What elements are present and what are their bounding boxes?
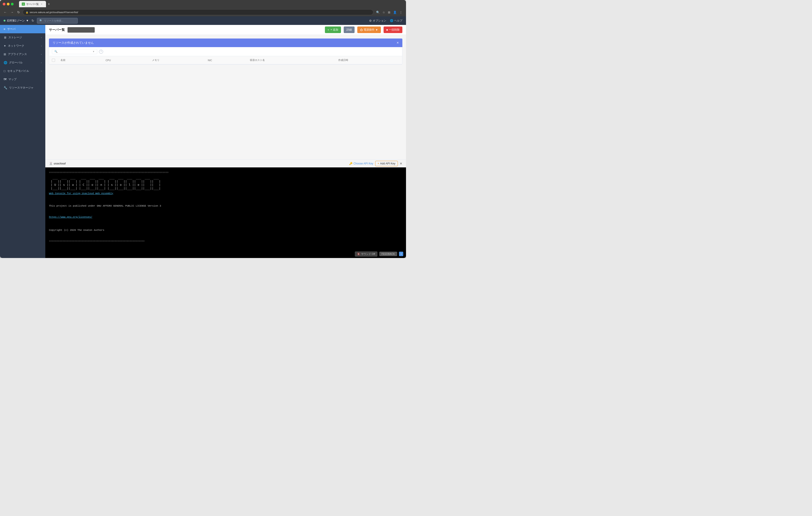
- power-button[interactable]: ⏻ 電源操作 ▼: [357, 27, 381, 33]
- tab-favicon: S: [22, 2, 25, 6]
- sidebar-label-resource-manager: リソースマネージャ: [9, 86, 42, 90]
- delete-icon: ■: [386, 28, 388, 31]
- sound-icon: 🔇: [357, 252, 360, 255]
- maximize-traffic-light[interactable]: [11, 3, 13, 5]
- sidebar-item-server[interactable]: ≡ サーバ: [0, 25, 45, 33]
- browser-window: S サーバー覧 × + ← → ↻ 🔒 secure.sakura.ad.jp/…: [0, 0, 406, 258]
- choose-api-key-button[interactable]: 🔑 Choose API Key: [349, 162, 373, 165]
- resource-manager-icon: 🔧: [4, 86, 7, 89]
- terminal-license-text: This project is published under GNU AFFE…: [49, 196, 402, 250]
- network-icon: ✦: [4, 44, 6, 48]
- terminal-link[interactable]: Web Console for using Usacloud Web Assem…: [49, 192, 113, 195]
- key-icon: 🔑: [349, 162, 352, 165]
- sidebar-item-resource-manager[interactable]: 🔧 リソースマネージャ: [0, 84, 45, 92]
- add-api-key-button[interactable]: + Add API Key: [375, 161, 398, 166]
- memory-column-header: メモリ: [149, 56, 205, 64]
- main-layout: ≡ サーバ 🖥 ストレージ › ✦ ネットワーク › ⊞ アプライアンス ›: [0, 25, 406, 258]
- new-tab-button[interactable]: +: [47, 2, 51, 6]
- search-lens-button[interactable]: 🔍: [375, 10, 381, 15]
- add-server-button[interactable]: + + 追加: [325, 27, 341, 33]
- sidebar-label-appliance: アプライアンス: [8, 52, 39, 56]
- add-icon: +: [328, 28, 329, 31]
- filter-bar: 🔍 ▼ ?: [49, 47, 402, 56]
- terminal-ascii-art: ___ ___ ___ ___ ___ ___ ___ ___ ___ ___ …: [49, 176, 402, 190]
- nic-column-header: NIC: [205, 56, 247, 64]
- sidebar-item-map[interactable]: 🗺 マップ: [0, 75, 45, 84]
- tab-close-button[interactable]: ×: [40, 2, 43, 6]
- help-icon: 🌐: [390, 19, 393, 22]
- minimize-traffic-light[interactable]: [7, 3, 9, 5]
- content-body: リソースが作成されていません × 🔍 ▼: [45, 35, 406, 159]
- table-container: 🔍 ▼ ?: [49, 47, 402, 65]
- refresh-button[interactable]: ↻: [16, 9, 21, 15]
- content-area: サーバー覧 + + 追加 詳細 ⏻ 電源操作 ▼: [45, 25, 406, 159]
- global-icon: 🌐: [4, 61, 7, 64]
- back-button[interactable]: ←: [3, 9, 8, 15]
- browser-tab-active[interactable]: S サーバー覧 ×: [19, 1, 46, 7]
- footer-bar: 🐰 usacloud 🔑 Choose API Key + Add API Ke…: [45, 159, 406, 168]
- created-column-header: 作成日時: [336, 56, 402, 64]
- delete-button[interactable]: ■ 一括削除: [383, 27, 402, 33]
- rabbit-icon: 🐰: [49, 162, 53, 165]
- select-all-checkbox[interactable]: [52, 59, 55, 62]
- sound-button[interactable]: 🔇 サウンド:Off: [355, 251, 377, 256]
- zone-arrow-icon: ▼: [26, 19, 29, 22]
- content-header: サーバー覧 + + 追加 詳細 ⏻ 電源操作 ▼: [45, 25, 406, 35]
- zone-selector[interactable]: 石狩第1ゾーン ▼: [4, 19, 29, 23]
- server-icon: ≡: [4, 27, 5, 31]
- address-bar: ← → ↻ 🔒 secure.sakura.ad.jp/cloud/iaas/#…: [0, 8, 406, 16]
- search-placeholder: リソースを検索...: [44, 19, 63, 23]
- close-api-button[interactable]: ✕: [400, 162, 402, 165]
- storage-arrow-icon: ›: [41, 36, 42, 39]
- name-column-header: 名前: [58, 56, 103, 64]
- tab-bar: S サーバー覧 × +: [19, 1, 403, 7]
- select-all-header: [49, 56, 58, 64]
- forward-button[interactable]: →: [9, 9, 14, 15]
- help-icon[interactable]: ?: [99, 50, 103, 54]
- filter-input[interactable]: 🔍 ▼: [52, 49, 97, 54]
- gear-icon: ⚙: [369, 19, 372, 23]
- sidebar-item-storage[interactable]: 🖥 ストレージ ›: [0, 33, 45, 42]
- close-traffic-light[interactable]: [3, 3, 5, 5]
- appliance-arrow-icon: ›: [41, 53, 42, 56]
- alert-close-button[interactable]: ×: [397, 41, 399, 45]
- sidebar: ≡ サーバ 🖥 ストレージ › ✦ ネットワーク › ⊞ アプライアンス ›: [0, 25, 45, 258]
- url-bar[interactable]: 🔒 secure.sakura.ad.jp/cloud/iaas/#!/serv…: [23, 9, 373, 15]
- server-table: 名前 CPU メモリ: [49, 56, 402, 64]
- url-text: secure.sakura.ad.jp/cloud/iaas/#!/server…: [30, 11, 371, 13]
- sidebar-label-storage: ストレージ: [8, 36, 39, 39]
- sidebar-item-global[interactable]: 🌐 グローバル ›: [0, 58, 45, 67]
- network-arrow-icon: ›: [41, 45, 42, 47]
- tab-title: サーバー覧: [26, 2, 39, 6]
- sidebar-item-secure-mobile[interactable]: □ セキュアモバイル ›: [0, 67, 45, 75]
- sidebar-label-map: マップ: [8, 78, 42, 81]
- help-button[interactable]: 🌐 ヘルプ: [390, 19, 402, 23]
- title-bar: S サーバー覧 × +: [0, 0, 406, 8]
- extensions-button[interactable]: ⊞: [387, 10, 391, 15]
- mobile-icon: □: [4, 69, 5, 73]
- usacloud-logo: 🐰 usacloud: [49, 162, 66, 165]
- detail-button[interactable]: 詳細: [344, 27, 354, 33]
- bookmark-button[interactable]: ☆: [381, 10, 386, 15]
- feedback-button[interactable]: FEEDBACK: [379, 252, 397, 256]
- top-nav: 石狩第1ゾーン ▼ ↻ 🔍 リソースを検索... ⚙ オプション 🌐 ヘルプ: [0, 16, 406, 25]
- global-arrow-icon: ›: [41, 62, 42, 64]
- appliance-icon: ⊞: [4, 53, 6, 56]
- header-user-badge: [67, 27, 95, 33]
- resource-search-box[interactable]: 🔍 リソースを検索...: [37, 18, 78, 24]
- app-content: 石狩第1ゾーン ▼ ↻ 🔍 リソースを検索... ⚙ オプション 🌐 ヘルプ: [0, 16, 406, 258]
- filter-dropdown-icon: ▼: [92, 50, 95, 53]
- terminal-license-link[interactable]: https://www.gnu.org/licenses/: [49, 216, 92, 218]
- sidebar-item-appliance[interactable]: ⊞ アプライアンス ›: [0, 50, 45, 58]
- terminal-content[interactable]: ========================================…: [45, 168, 406, 250]
- zone-refresh-button[interactable]: ↻: [31, 19, 34, 23]
- address-actions: 🔍 ☆ ⊞ 👤 ⋮: [375, 10, 403, 15]
- sidebar-item-network[interactable]: ✦ ネットワーク ›: [0, 42, 45, 50]
- lock-icon: 🔒: [26, 11, 28, 13]
- menu-button[interactable]: ⋮: [399, 10, 403, 15]
- info-button[interactable]: i: [399, 252, 403, 256]
- options-button[interactable]: ⚙ オプション: [369, 19, 386, 23]
- profile-button[interactable]: 👤: [392, 10, 398, 15]
- sidebar-label-global: グローバル: [9, 61, 39, 65]
- sidebar-label-server: サーバ: [7, 27, 42, 31]
